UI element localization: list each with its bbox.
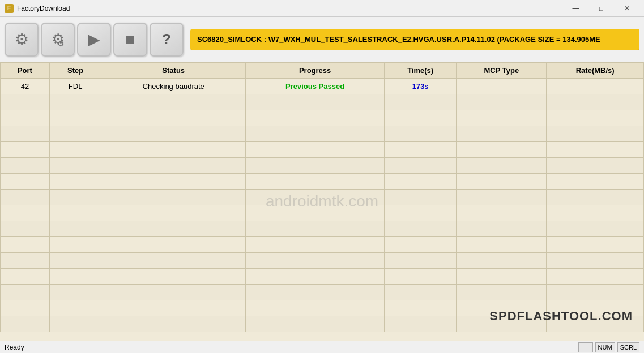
table-row xyxy=(1,221,644,237)
cell-step: FDL xyxy=(49,79,101,94)
status-indicator-empty xyxy=(578,342,592,352)
col-progress: Progress xyxy=(246,63,385,79)
header-banner: SC6820_SIMLOCK : W7_WXH_MUL_TEST_SALESTR… xyxy=(190,29,639,50)
close-button[interactable]: ✕ xyxy=(614,0,639,17)
status-indicator-num: NUM xyxy=(595,342,615,352)
table-row xyxy=(1,126,644,142)
table-row xyxy=(1,142,644,158)
table-row xyxy=(1,174,644,190)
table-row: 42 FDL Checking baudrate Previous Passed… xyxy=(1,79,644,94)
table-row xyxy=(1,285,644,300)
table-row xyxy=(1,190,644,205)
cell-status: Checking baudrate xyxy=(101,79,246,94)
advanced-settings-button[interactable]: ⚙⚙ xyxy=(41,23,75,57)
status-indicator-scrl: SCRL xyxy=(617,342,639,352)
cell-time: 173s xyxy=(384,79,456,94)
status-text: Ready xyxy=(5,343,24,351)
toolbar: ⚙ ⚙⚙ ▶ ■ ? SC6820_SIMLOCK : W7_WXH_MUL_T… xyxy=(0,17,644,62)
table-header-row: Port Step Status Progress Time(s) MCP Ty… xyxy=(1,63,644,79)
table-row xyxy=(1,94,644,110)
app-title: FactoryDownload xyxy=(17,5,70,12)
table-body: 42 FDL Checking baudrate Previous Passed… xyxy=(1,79,644,332)
cell-rate xyxy=(547,79,644,94)
cell-port: 42 xyxy=(1,79,50,94)
table-row xyxy=(1,269,644,285)
status-bar: Ready NUM SCRL xyxy=(0,341,644,353)
app-icon: F xyxy=(5,4,14,13)
minimize-button[interactable]: — xyxy=(563,0,588,17)
cell-mcp-type: — xyxy=(457,79,547,94)
header-banner-text: SC6820_SIMLOCK : W7_WXH_MUL_TEST_SALESTR… xyxy=(197,35,600,44)
col-rate: Rate(MB/s) xyxy=(547,63,644,79)
col-step: Step xyxy=(49,63,101,79)
table-row xyxy=(1,110,644,126)
title-bar-left: F FactoryDownload xyxy=(5,4,70,13)
settings-button[interactable]: ⚙ xyxy=(5,23,39,57)
col-status: Status xyxy=(101,63,246,79)
branding-text: SPDFLASHTOOL.COM xyxy=(489,309,633,324)
status-indicators: NUM SCRL xyxy=(578,342,639,352)
table-row xyxy=(1,205,644,221)
window-controls: — □ ✕ xyxy=(563,0,639,17)
col-mcp-type: MCP Type xyxy=(457,63,547,79)
table-container: androidmtk.com Port Step Status Progress… xyxy=(0,62,644,341)
stop-button[interactable]: ■ xyxy=(113,23,147,57)
maximize-button[interactable]: □ xyxy=(588,0,614,17)
col-port: Port xyxy=(1,63,50,79)
cell-progress: Previous Passed xyxy=(246,79,385,94)
table-row xyxy=(1,237,644,253)
col-time: Time(s) xyxy=(384,63,456,79)
data-table: Port Step Status Progress Time(s) MCP Ty… xyxy=(0,62,644,332)
table-row xyxy=(1,158,644,174)
play-button[interactable]: ▶ xyxy=(77,23,111,57)
table-row xyxy=(1,253,644,269)
title-bar: F FactoryDownload — □ ✕ xyxy=(0,0,644,17)
help-button[interactable]: ? xyxy=(150,23,184,57)
